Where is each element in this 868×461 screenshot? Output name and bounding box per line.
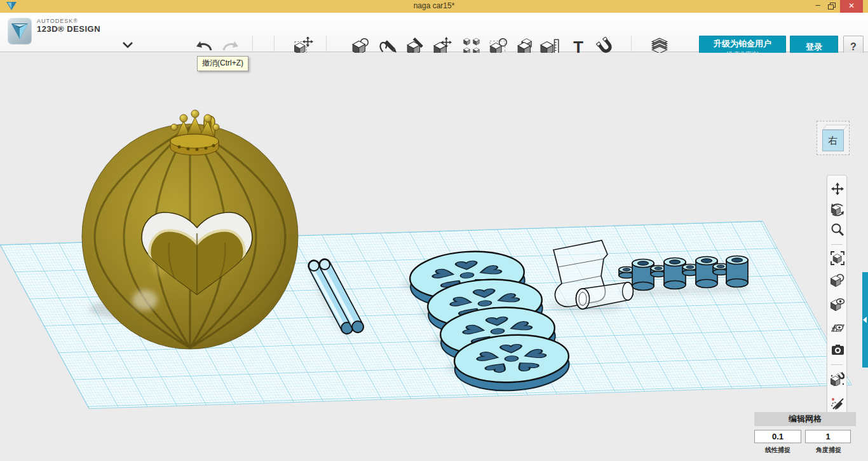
orbit-icon[interactable]	[831, 203, 844, 217]
app-window: naga car15* – ✕ AUTODESK® 123D® DESIGN	[0, 0, 868, 461]
maximize-button[interactable]	[825, 0, 839, 13]
hub-cylinders[interactable]	[619, 256, 748, 291]
undo-tooltip: 撤消(Ctrl+Z)	[197, 56, 248, 71]
pumpkin-carriage[interactable]	[82, 110, 298, 349]
hide-show-icon[interactable]	[831, 297, 844, 311]
expand-left-arrow-icon	[863, 317, 867, 323]
upgrade-label: 升级为铂金用户	[700, 38, 785, 50]
collapsed-panel-tab[interactable]	[862, 272, 868, 368]
screenshot-camera-icon[interactable]	[831, 343, 844, 357]
toggle-sketches-icon[interactable]	[831, 396, 844, 410]
viewport-3d[interactable]: 右	[0, 53, 868, 461]
minimize-button[interactable]: –	[811, 0, 825, 13]
view-cube-top-face[interactable]	[822, 125, 848, 130]
view-cube[interactable]: 右	[814, 117, 853, 159]
zoom-icon[interactable]	[831, 223, 844, 237]
close-button[interactable]: ✕	[840, 0, 863, 13]
brand-123d-design: 123D® DESIGN	[37, 25, 100, 34]
window-title: naga car15*	[0, 1, 868, 10]
main-toolbar: AUTODESK® 123D® DESIGN	[0, 13, 868, 52]
angle-snap-label: 角度捕捉	[803, 446, 854, 455]
scene-canvas	[0, 52, 868, 461]
main-menu-chevron-down-icon[interactable]	[121, 39, 135, 51]
nav-divider	[831, 244, 843, 245]
autodesk-123d-logo-icon[interactable]	[8, 18, 32, 45]
linear-snap-label: 线性捕捉	[752, 446, 803, 455]
pumpkin-specular	[132, 290, 158, 310]
material-shading-icon[interactable]	[831, 273, 844, 287]
toggle-grid-icon[interactable]	[831, 320, 844, 334]
pan-icon[interactable]	[831, 182, 844, 196]
navigation-toolbar	[827, 175, 847, 420]
titlebar: naga car15* – ✕	[0, 0, 868, 13]
snap-toggle-icon[interactable]	[831, 372, 844, 386]
edit-grid-button[interactable]: 编辑网格	[754, 412, 856, 426]
brand-text: AUTODESK® 123D® DESIGN	[37, 18, 100, 34]
nav-divider	[831, 364, 843, 365]
angle-snap-input[interactable]	[805, 430, 851, 443]
zoom-fit-icon[interactable]	[831, 251, 844, 265]
linear-snap-input[interactable]	[754, 430, 801, 443]
view-cube-right-face[interactable]: 右	[822, 130, 844, 151]
